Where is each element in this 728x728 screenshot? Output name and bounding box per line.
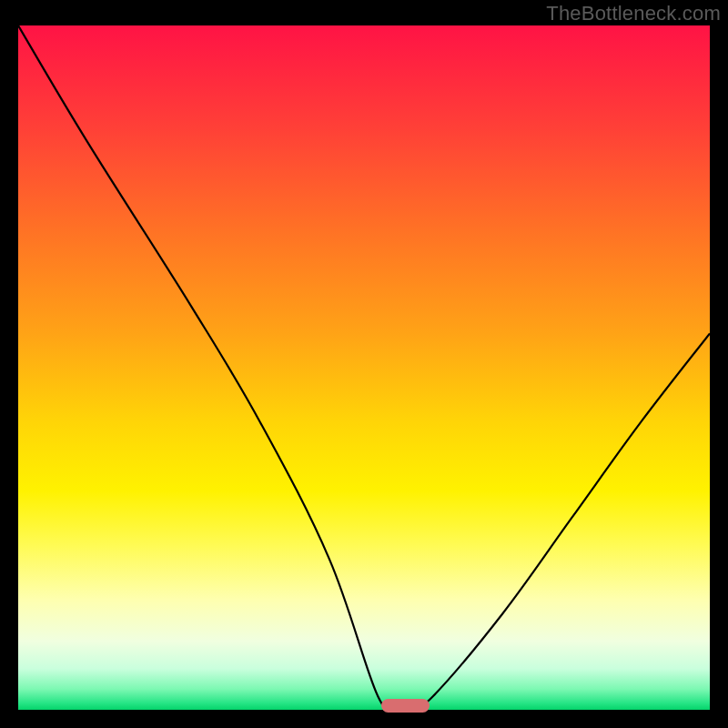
plot-svg — [18, 25, 710, 710]
optimal-marker — [381, 699, 430, 713]
chart-frame: TheBottleneck.com — [0, 0, 728, 728]
watermark-text: TheBottleneck.com — [546, 2, 721, 25]
plot-area — [18, 25, 710, 710]
gradient-background — [18, 25, 710, 710]
